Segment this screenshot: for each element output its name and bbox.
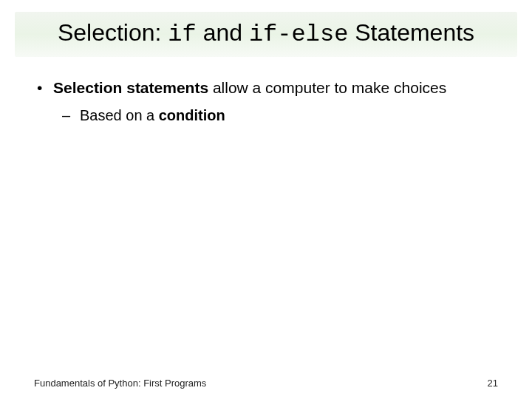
bullet1-rest: allow a computer to make choices bbox=[208, 79, 446, 96]
title-post: Statements bbox=[348, 19, 474, 46]
bullet-list: Selection statements allow a computer to… bbox=[34, 78, 498, 126]
title-pre: Selection: bbox=[58, 19, 168, 46]
sub-bullet-strong: condition bbox=[159, 107, 225, 123]
bullet1-strong: Selection statements bbox=[53, 79, 208, 96]
slide-body: Selection statements allow a computer to… bbox=[0, 57, 532, 126]
footer-left: Fundamentals of Python: First Programs bbox=[34, 378, 206, 389]
title-code-if: if bbox=[168, 21, 196, 48]
list-item: Based on a condition bbox=[59, 106, 498, 126]
slide-title: Selection: if and if-else Statements bbox=[22, 18, 510, 50]
title-code-ifelse: if-else bbox=[249, 21, 348, 48]
page-number: 21 bbox=[488, 378, 498, 389]
sub-bullet-list: Based on a condition bbox=[53, 106, 498, 126]
slide-footer: Fundamentals of Python: First Programs 2… bbox=[0, 378, 532, 389]
slide-title-band: Selection: if and if-else Statements bbox=[15, 12, 517, 57]
title-mid: and bbox=[197, 19, 249, 46]
list-item: Selection statements allow a computer to… bbox=[34, 78, 498, 126]
sub-bullet-pre: Based on a bbox=[80, 107, 159, 123]
